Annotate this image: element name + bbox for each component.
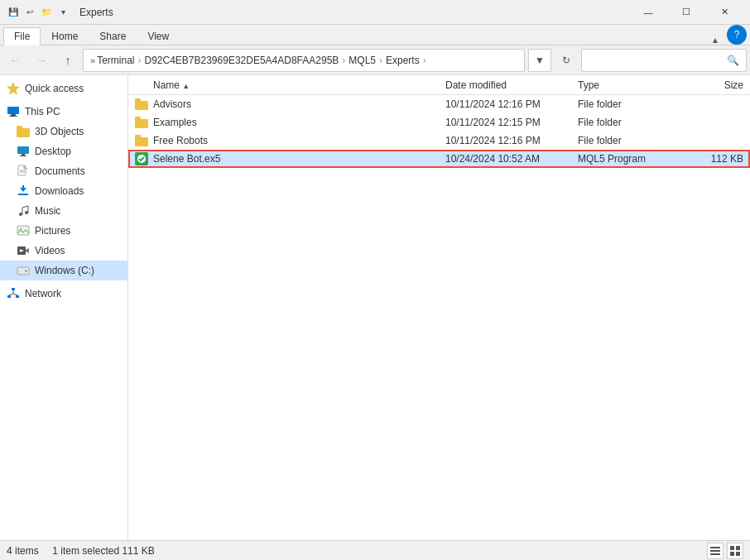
file-type-advisors: File folder — [578, 98, 677, 110]
quick-access-icon — [7, 82, 20, 95]
search-bar[interactable]: 🔍 — [581, 49, 747, 72]
downloads-label: Downloads — [35, 185, 84, 197]
sidebar-item-3d-objects[interactable]: 3D Objects — [0, 122, 127, 141]
videos-label: Videos — [35, 245, 65, 256]
undo-icon: ↩ — [23, 6, 36, 19]
svg-rect-6 — [20, 156, 26, 156]
forward-button[interactable]: → — [30, 49, 53, 72]
breadcrumb[interactable]: » Terminal › D92C4EB7B23969E32DE5A4AD8FA… — [83, 49, 525, 72]
svg-rect-1 — [7, 107, 19, 114]
address-bar: ← → ↑ » Terminal › D92C4EB7B23969E32DE5A… — [0, 45, 750, 75]
col-header-type[interactable]: Type — [578, 79, 677, 91]
col-header-size[interactable]: Size — [677, 79, 743, 91]
3d-objects-label: 3D Objects — [35, 126, 84, 137]
window-title: Experts — [76, 7, 629, 18]
folder-3d-icon — [17, 125, 30, 138]
svg-rect-36 — [730, 552, 734, 556]
svg-rect-11 — [18, 194, 28, 195]
sidebar-item-this-pc[interactable]: This PC — [0, 102, 127, 122]
desktop-icon — [17, 145, 30, 158]
svg-rect-16 — [17, 226, 29, 235]
ribbon-expand-button[interactable]: ▲ — [707, 36, 724, 45]
view-details-button[interactable] — [707, 543, 724, 559]
file-size-selene-bot: 112 KB — [677, 153, 743, 165]
maximize-button[interactable]: ☐ — [667, 0, 705, 25]
documents-icon — [17, 165, 30, 178]
up-button[interactable]: ↑ — [56, 49, 79, 72]
sidebar-item-desktop[interactable]: Desktop — [0, 141, 127, 161]
table-row-selected[interactable]: Selene Bot.ex5 10/24/2024 10:52 AM MQL5 … — [128, 150, 750, 168]
music-label: Music — [35, 205, 60, 217]
windows-c-label: Windows (C:) — [35, 265, 94, 276]
file-date-examples: 10/11/2024 12:15 PM — [445, 117, 578, 128]
tab-share[interactable]: Share — [89, 27, 137, 45]
svg-marker-19 — [26, 248, 29, 253]
search-icon: 🔍 — [727, 55, 739, 66]
this-pc-section: This PC 3D Objects Desktop — [0, 102, 127, 280]
search-input[interactable] — [589, 55, 727, 66]
pictures-icon — [17, 224, 30, 237]
sidebar-item-downloads[interactable]: Downloads — [0, 181, 127, 201]
svg-rect-35 — [736, 546, 740, 550]
col-header-name[interactable]: Name ▲ — [153, 79, 445, 91]
title-bar: 💾 ↩ 📁 ▾ Experts — ☐ ✕ — [0, 0, 750, 25]
music-icon — [17, 204, 30, 218]
svg-line-28 — [9, 294, 13, 295]
quick-access-label: Quick access — [25, 83, 84, 94]
file-area: Name ▲ Date modified Type Size Advisors … — [128, 75, 750, 540]
breadcrumb-hash[interactable]: D92C4EB7B23969E32DE5A4AD8FAA295B — [144, 55, 339, 66]
folder-icon-tb: 📁 — [40, 6, 53, 19]
status-view-controls — [707, 543, 743, 559]
save-icon: 💾 — [7, 6, 20, 19]
desktop-label: Desktop — [35, 146, 71, 157]
ribbon-tabs: File Home Share View ▲ ? — [0, 25, 750, 45]
mql5-file-icon — [135, 152, 148, 165]
sidebar-item-music[interactable]: Music — [0, 201, 127, 221]
sidebar-item-documents[interactable]: Documents — [0, 161, 127, 181]
view-tiles-button[interactable] — [727, 543, 743, 559]
folder-icon-examples — [135, 116, 148, 129]
close-button[interactable]: ✕ — [705, 0, 743, 25]
file-type-free-robots: File folder — [578, 135, 677, 146]
tab-view[interactable]: View — [137, 27, 180, 45]
file-name-examples: Examples — [153, 117, 445, 128]
tab-home[interactable]: Home — [41, 27, 89, 45]
col-header-date[interactable]: Date modified — [445, 79, 578, 91]
drive-icon — [17, 264, 30, 277]
svg-rect-33 — [710, 553, 720, 555]
ribbon: File Home Share View ▲ ? — [0, 25, 750, 45]
svg-marker-0 — [7, 83, 19, 94]
table-row[interactable]: Examples 10/11/2024 12:15 PM File folder — [128, 113, 750, 132]
this-pc-label: This PC — [25, 106, 60, 117]
network-label: Network — [25, 288, 61, 299]
table-row[interactable]: Free Robots 10/11/2024 12:16 PM File fol… — [128, 132, 750, 150]
svg-rect-34 — [730, 546, 734, 550]
breadcrumb-experts[interactable]: Experts — [386, 55, 420, 66]
tab-file[interactable]: File — [3, 27, 41, 45]
table-row[interactable]: Advisors 10/11/2024 12:16 PM File folder — [128, 95, 750, 113]
breadcrumb-home-icon: » — [90, 55, 95, 65]
help-button[interactable]: ? — [727, 25, 747, 45]
main-area: Quick access This PC 3D Objects — [0, 75, 750, 540]
sidebar-item-quick-access[interactable]: Quick access — [0, 79, 127, 98]
videos-icon — [17, 244, 30, 257]
svg-rect-5 — [22, 154, 25, 156]
sidebar-item-network[interactable]: Network — [0, 284, 127, 304]
breadcrumb-mql5[interactable]: MQL5 — [349, 55, 376, 66]
folder-icon-advisors — [135, 98, 148, 111]
minimize-button[interactable]: — — [629, 0, 667, 25]
window-controls: — ☐ ✕ — [629, 0, 743, 25]
back-button[interactable]: ← — [3, 49, 26, 72]
status-item-count: 4 items 1 item selected 111 KB — [7, 545, 155, 557]
file-name-advisors: Advisors — [153, 98, 445, 110]
sidebar-item-pictures[interactable]: Pictures — [0, 221, 127, 241]
sort-arrow-icon: ▲ — [182, 82, 190, 90]
refresh-button[interactable]: ↻ — [555, 49, 578, 72]
sidebar-item-videos[interactable]: Videos — [0, 241, 127, 261]
sidebar-item-windows-c[interactable]: Windows (C:) — [0, 261, 127, 280]
breadcrumb-terminal[interactable]: Terminal — [97, 55, 134, 66]
computer-icon — [7, 105, 20, 118]
address-dropdown-button[interactable]: ▼ — [528, 49, 551, 72]
file-column-headers: Name ▲ Date modified Type Size — [128, 75, 750, 95]
folder-icon-free-robots — [135, 134, 148, 147]
